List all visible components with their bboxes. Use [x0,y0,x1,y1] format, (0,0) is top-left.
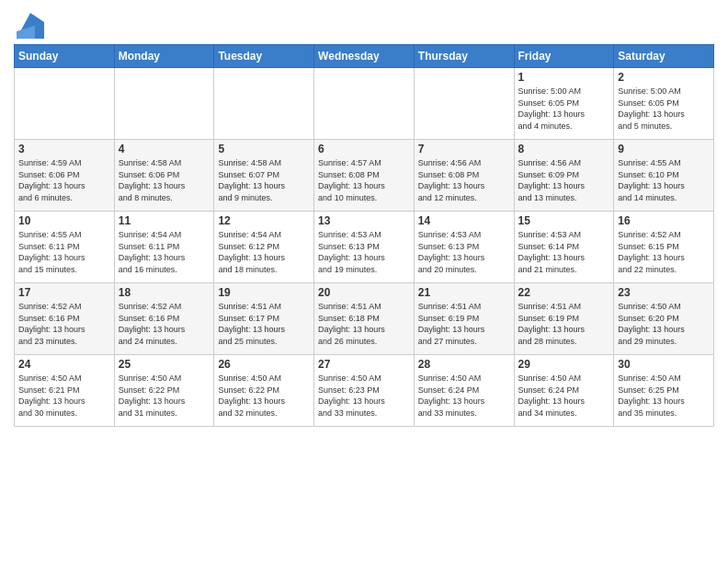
day-number: 18 [119,286,210,299]
day-info: Sunrise: 4:51 AM Sunset: 6:18 PM Dayligh… [318,301,410,347]
day-info: Sunrise: 4:50 AM Sunset: 6:24 PM Dayligh… [418,373,510,419]
header-day-friday: Friday [514,45,614,68]
calendar-cell: 5Sunrise: 4:58 AM Sunset: 6:07 PM Daylig… [214,140,314,212]
calendar-cell: 22Sunrise: 4:51 AM Sunset: 6:19 PM Dayli… [514,283,614,355]
calendar-cell [314,68,415,140]
day-info: Sunrise: 4:51 AM Sunset: 6:19 PM Dayligh… [418,301,510,347]
week-row-0: 1Sunrise: 5:00 AM Sunset: 6:05 PM Daylig… [15,68,714,140]
calendar-cell [214,68,314,140]
day-number: 11 [119,214,210,227]
calendar-cell: 3Sunrise: 4:59 AM Sunset: 6:06 PM Daylig… [15,140,115,212]
day-info: Sunrise: 4:52 AM Sunset: 6:16 PM Dayligh… [18,301,110,347]
calendar-cell: 27Sunrise: 4:50 AM Sunset: 6:23 PM Dayli… [314,355,415,427]
calendar-cell: 10Sunrise: 4:55 AM Sunset: 6:11 PM Dayli… [15,212,115,283]
calendar-cell [114,68,214,140]
day-info: Sunrise: 4:56 AM Sunset: 6:09 PM Dayligh… [518,157,610,203]
calendar-cell: 15Sunrise: 4:53 AM Sunset: 6:14 PM Dayli… [514,212,614,283]
day-info: Sunrise: 4:58 AM Sunset: 6:07 PM Dayligh… [218,157,310,203]
day-number: 12 [218,214,310,227]
header-day-tuesday: Tuesday [214,45,314,68]
day-info: Sunrise: 4:53 AM Sunset: 6:13 PM Dayligh… [418,229,510,275]
week-row-1: 3Sunrise: 4:59 AM Sunset: 6:06 PM Daylig… [15,140,714,212]
calendar-header: SundayMondayTuesdayWednesdayThursdayFrid… [15,45,714,68]
day-number: 5 [218,143,310,155]
day-number: 20 [318,286,410,299]
day-number: 21 [418,286,510,299]
calendar-cell: 25Sunrise: 4:50 AM Sunset: 6:22 PM Dayli… [114,355,214,427]
day-number: 24 [18,358,110,371]
calendar-cell: 20Sunrise: 4:51 AM Sunset: 6:18 PM Dayli… [314,283,415,355]
header-row: SundayMondayTuesdayWednesdayThursdayFrid… [15,45,714,68]
calendar-cell: 19Sunrise: 4:51 AM Sunset: 6:17 PM Dayli… [214,283,314,355]
day-number: 26 [218,358,310,371]
calendar-cell: 1Sunrise: 5:00 AM Sunset: 6:05 PM Daylig… [514,68,614,140]
day-number: 2 [618,71,710,84]
header [14,9,714,39]
day-number: 27 [318,358,410,371]
day-info: Sunrise: 4:50 AM Sunset: 6:20 PM Dayligh… [618,301,710,347]
calendar-cell: 18Sunrise: 4:52 AM Sunset: 6:16 PM Dayli… [114,283,214,355]
calendar-cell [414,68,514,140]
day-info: Sunrise: 4:55 AM Sunset: 6:11 PM Dayligh… [18,229,110,275]
calendar-cell: 29Sunrise: 4:50 AM Sunset: 6:24 PM Dayli… [514,355,614,427]
day-info: Sunrise: 4:53 AM Sunset: 6:13 PM Dayligh… [318,229,410,275]
day-info: Sunrise: 4:54 AM Sunset: 6:12 PM Dayligh… [218,229,310,275]
day-number: 16 [618,214,710,227]
day-info: Sunrise: 5:00 AM Sunset: 6:05 PM Dayligh… [518,86,610,132]
day-info: Sunrise: 4:55 AM Sunset: 6:10 PM Dayligh… [618,157,710,203]
calendar-cell: 28Sunrise: 4:50 AM Sunset: 6:24 PM Dayli… [414,355,514,427]
calendar-table: SundayMondayTuesdayWednesdayThursdayFrid… [14,44,714,427]
day-number: 10 [18,214,110,227]
calendar-cell: 12Sunrise: 4:54 AM Sunset: 6:12 PM Dayli… [214,212,314,283]
calendar-cell: 30Sunrise: 4:50 AM Sunset: 6:25 PM Dayli… [614,355,714,427]
header-day-thursday: Thursday [414,45,514,68]
calendar-cell: 8Sunrise: 4:56 AM Sunset: 6:09 PM Daylig… [514,140,614,212]
day-number: 30 [618,358,710,371]
day-info: Sunrise: 4:56 AM Sunset: 6:08 PM Dayligh… [418,157,510,203]
calendar-cell: 16Sunrise: 4:52 AM Sunset: 6:15 PM Dayli… [614,212,714,283]
calendar-cell: 21Sunrise: 4:51 AM Sunset: 6:19 PM Dayli… [414,283,514,355]
header-day-saturday: Saturday [614,45,714,68]
calendar-cell: 17Sunrise: 4:52 AM Sunset: 6:16 PM Dayli… [15,283,115,355]
day-number: 29 [518,358,610,371]
calendar-cell: 4Sunrise: 4:58 AM Sunset: 6:06 PM Daylig… [114,140,214,212]
calendar-cell: 6Sunrise: 4:57 AM Sunset: 6:08 PM Daylig… [314,140,415,212]
calendar-cell [15,68,115,140]
day-number: 25 [119,358,210,371]
day-info: Sunrise: 4:53 AM Sunset: 6:14 PM Dayligh… [518,229,610,275]
header-day-sunday: Sunday [15,45,115,68]
day-info: Sunrise: 4:58 AM Sunset: 6:06 PM Dayligh… [119,157,210,203]
day-info: Sunrise: 4:50 AM Sunset: 6:21 PM Dayligh… [18,373,110,419]
day-number: 3 [18,143,110,155]
day-number: 17 [18,286,110,299]
day-number: 23 [618,286,710,299]
day-number: 15 [518,214,610,227]
day-number: 14 [418,214,510,227]
day-number: 28 [418,358,510,371]
day-info: Sunrise: 5:00 AM Sunset: 6:05 PM Dayligh… [618,86,710,132]
day-info: Sunrise: 4:50 AM Sunset: 6:22 PM Dayligh… [119,373,210,419]
day-number: 1 [518,71,610,84]
week-row-3: 17Sunrise: 4:52 AM Sunset: 6:16 PM Dayli… [15,283,714,355]
week-row-2: 10Sunrise: 4:55 AM Sunset: 6:11 PM Dayli… [15,212,714,283]
calendar-cell: 26Sunrise: 4:50 AM Sunset: 6:22 PM Dayli… [214,355,314,427]
day-info: Sunrise: 4:51 AM Sunset: 6:17 PM Dayligh… [218,301,310,347]
day-info: Sunrise: 4:57 AM Sunset: 6:08 PM Dayligh… [318,157,410,203]
logo-icon [17,13,44,39]
day-info: Sunrise: 4:51 AM Sunset: 6:19 PM Dayligh… [518,301,610,347]
day-number: 6 [318,143,410,155]
header-day-wednesday: Wednesday [314,45,415,68]
day-number: 13 [318,214,410,227]
calendar-cell: 24Sunrise: 4:50 AM Sunset: 6:21 PM Dayli… [15,355,115,427]
calendar-cell: 23Sunrise: 4:50 AM Sunset: 6:20 PM Dayli… [614,283,714,355]
calendar-cell: 11Sunrise: 4:54 AM Sunset: 6:11 PM Dayli… [114,212,214,283]
calendar-cell: 7Sunrise: 4:56 AM Sunset: 6:08 PM Daylig… [414,140,514,212]
day-number: 19 [218,286,310,299]
day-info: Sunrise: 4:59 AM Sunset: 6:06 PM Dayligh… [18,157,110,203]
calendar-cell: 2Sunrise: 5:00 AM Sunset: 6:05 PM Daylig… [614,68,714,140]
week-row-4: 24Sunrise: 4:50 AM Sunset: 6:21 PM Dayli… [15,355,714,427]
day-info: Sunrise: 4:54 AM Sunset: 6:11 PM Dayligh… [119,229,210,275]
day-number: 8 [518,143,610,155]
day-info: Sunrise: 4:50 AM Sunset: 6:24 PM Dayligh… [518,373,610,419]
day-info: Sunrise: 4:50 AM Sunset: 6:22 PM Dayligh… [218,373,310,419]
